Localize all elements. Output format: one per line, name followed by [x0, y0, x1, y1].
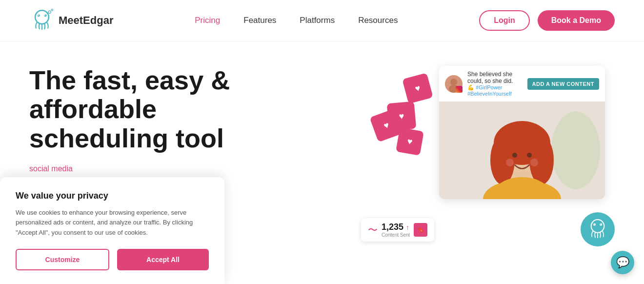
stats-arrow: ↑	[406, 223, 409, 231]
svg-point-18	[527, 153, 532, 158]
hero-content: The fast, easy & affordable scheduling t…	[29, 61, 293, 187]
accept-all-button[interactable]: Accept All	[117, 249, 209, 270]
hero-title-line2: affordable	[29, 94, 157, 123]
heart-icon-3: ♥	[406, 136, 413, 147]
svg-point-25	[600, 223, 601, 224]
cookie-banner: We value your privacy We use cookies to …	[0, 177, 224, 284]
svg-point-3	[38, 14, 39, 16]
bookmark-icon: 🔖	[414, 223, 427, 237]
nav-item-platforms[interactable]: Platforms	[300, 16, 335, 25]
nav-link-pricing[interactable]: Pricing	[195, 16, 220, 25]
nav-item-pricing[interactable]: Pricing	[195, 16, 220, 25]
heart-bubble-1: ♥	[402, 73, 433, 104]
hero-title-line3: scheduling tool	[29, 123, 224, 153]
stats-number: 1,235 ↑	[382, 222, 410, 232]
nav-item-resources[interactable]: Resources	[358, 16, 398, 25]
nav-link-resources[interactable]: Resources	[358, 16, 398, 25]
svg-point-20	[530, 159, 538, 166]
navbar: MeetEdgar Pricing Features Platforms Res…	[0, 0, 644, 41]
chat-icon: 💬	[616, 256, 629, 269]
emoji: 💪	[467, 84, 474, 90]
svg-point-5	[48, 11, 51, 13]
svg-point-6	[51, 9, 53, 11]
svg-point-24	[594, 223, 595, 224]
social-card-header: She believed she could, so she did. 💪 #G…	[439, 66, 605, 101]
hero-title: The fast, easy & affordable scheduling t…	[29, 66, 293, 153]
stats-content: 1,235 ↑ Content Sent	[382, 222, 410, 238]
add-content-button[interactable]: ADD A NEW CONTENT	[527, 78, 599, 90]
chat-widget[interactable]: 💬	[611, 251, 634, 274]
book-demo-button[interactable]: Book a Demo	[538, 10, 615, 31]
heart-icon-4: ♥	[382, 120, 390, 131]
card-hashtags: 💪 #GirlPower #BelieveInYourself	[467, 84, 523, 97]
svg-point-4	[44, 14, 46, 16]
edgar-avatar	[581, 212, 615, 246]
social-card: She believed she could, so she did. 💪 #G…	[439, 66, 605, 199]
hero-visual: ♥ ♥ ♥ ♥	[293, 61, 615, 246]
card-caption: She believed she could, so she did.	[467, 71, 523, 84]
cookie-buttons: Customize Accept All	[16, 249, 209, 270]
trend-icon: 〜	[368, 223, 378, 237]
login-button[interactable]: Login	[479, 10, 530, 31]
stats-value: 1,235	[382, 222, 403, 232]
hashtag-text: #GirlPower #BelieveInYourself	[467, 84, 512, 97]
svg-point-17	[512, 153, 517, 158]
cookie-text: We use cookies to enhance your browsing …	[16, 208, 209, 238]
nav-link-features[interactable]: Features	[243, 16, 276, 25]
hero-subtitle-link1[interactable]: social media	[29, 164, 73, 173]
social-card-image	[439, 101, 605, 199]
stats-label: Content Sent	[382, 232, 410, 238]
nav-links: Pricing Features Platforms Resources	[195, 16, 398, 25]
nav-item-features[interactable]: Features	[243, 16, 276, 25]
svg-point-8	[450, 79, 457, 85]
stats-bar: 〜 1,235 ↑ Content Sent 🔖	[361, 218, 434, 242]
nav-link-platforms[interactable]: Platforms	[300, 16, 335, 25]
hero-title-line1: The fast, easy &	[29, 65, 230, 95]
nav-actions: Login Book a Demo	[479, 10, 615, 31]
instagram-badge	[456, 86, 463, 93]
customize-button[interactable]: Customize	[16, 249, 109, 270]
cookie-title: We value your privacy	[16, 191, 209, 201]
card-text: She believed she could, so she did. 💪 #G…	[467, 71, 523, 97]
brand-name: MeetEdgar	[59, 14, 113, 27]
logo[interactable]: MeetEdgar	[29, 8, 113, 33]
svg-point-11	[551, 111, 600, 189]
svg-point-22	[593, 223, 596, 226]
svg-point-23	[600, 223, 602, 226]
heart-icon-1: ♥	[414, 82, 422, 94]
heart-icon-2: ♥	[399, 111, 404, 122]
svg-point-21	[591, 220, 604, 233]
svg-point-0	[35, 10, 49, 24]
svg-point-19	[506, 159, 514, 166]
